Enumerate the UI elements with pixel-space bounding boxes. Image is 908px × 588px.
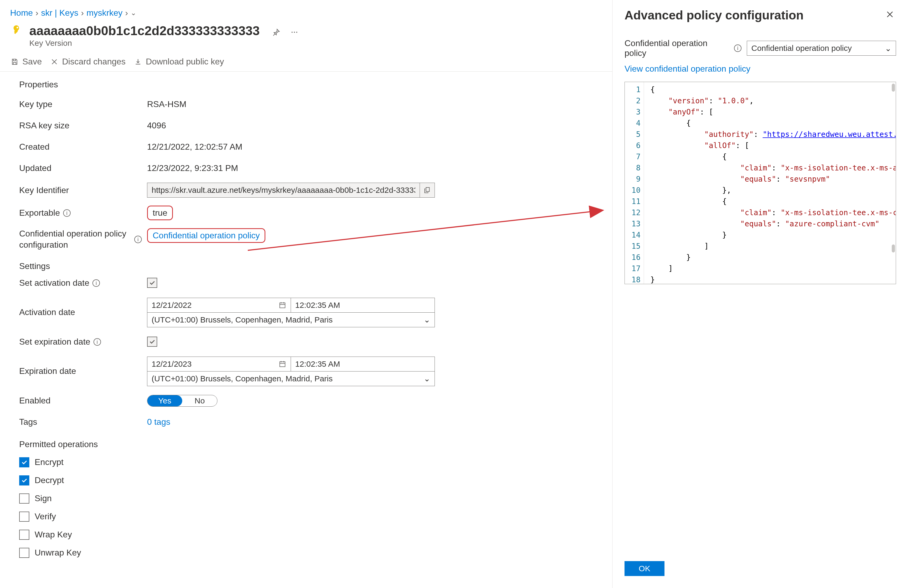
close-panel-button[interactable] [885, 10, 896, 21]
sign-checkbox[interactable] [19, 493, 29, 504]
download-public-key-button[interactable]: Download public key [134, 57, 224, 67]
page-title: aaaaaaaa0b0b1c1c2d2d333333333333 [29, 24, 260, 37]
calendar-icon [279, 301, 287, 309]
activation-date-input[interactable]: 12/21/2022 [147, 298, 291, 313]
info-icon[interactable]: i [63, 209, 71, 217]
created-value: 12/21/2022, 12:02:57 AM [147, 142, 243, 152]
key-type-label: Key type [19, 99, 147, 110]
chevron-down-icon[interactable]: ⌄ [130, 9, 137, 17]
chevron-down-icon: ⌄ [423, 315, 430, 325]
chevron-down-icon: ⌄ [423, 374, 430, 383]
verify-checkbox[interactable] [19, 512, 29, 522]
enabled-label: Enabled [19, 395, 147, 406]
chevron-right-icon: › [125, 8, 128, 18]
discard-label: Discard changes [62, 57, 126, 67]
breadcrumb-home[interactable]: Home [10, 8, 33, 18]
code-gutter: 123456789101112131415161718 [625, 82, 644, 284]
updated-label: Updated [19, 163, 147, 174]
key-id-input[interactable] [147, 186, 420, 195]
download-icon [134, 57, 143, 66]
section-permitted: Permitted operations [19, 439, 593, 449]
updated-value: 12/23/2022, 9:23:31 PM [147, 163, 238, 173]
calendar-icon [279, 360, 287, 368]
set-expiration-checkbox[interactable] [147, 337, 157, 347]
created-label: Created [19, 141, 147, 153]
decrypt-label: Decrypt [35, 476, 64, 485]
unwrap-checkbox[interactable] [19, 548, 29, 558]
discard-button[interactable]: Discard changes [50, 57, 126, 67]
unwrap-label: Unwrap Key [35, 548, 81, 557]
wrap-label: Wrap Key [35, 530, 72, 540]
activation-timezone-select[interactable]: (UTC+01:00) Brussels, Copenhagen, Madrid… [147, 312, 435, 327]
save-label: Save [23, 57, 42, 67]
expiration-timezone-select[interactable]: (UTC+01:00) Brussels, Copenhagen, Madrid… [147, 371, 435, 386]
scroll-thumb-top[interactable] [892, 84, 895, 92]
close-icon [885, 10, 894, 19]
breadcrumb: Home › skr | Keys › myskrkey › ⌄ [0, 0, 612, 22]
more-icon[interactable] [289, 27, 300, 37]
save-icon [10, 57, 19, 66]
exportable-label: Exportable i [19, 207, 147, 218]
copy-icon [423, 186, 431, 194]
chevron-down-icon: ⌄ [885, 44, 892, 53]
cop-policy-field-label: Confidential operation policy i [625, 39, 742, 58]
svg-rect-3 [280, 303, 285, 308]
save-button[interactable]: Save [10, 57, 42, 67]
set-expiration-label: Set expiration date i [19, 336, 147, 347]
tags-label: Tags [19, 416, 147, 428]
expiration-date-input[interactable]: 12/21/2023 [147, 357, 291, 371]
cop-policy-select[interactable]: Confidential operation policy ⌄ [747, 41, 896, 56]
decrypt-checkbox[interactable] [19, 476, 29, 485]
close-icon [50, 57, 59, 66]
encrypt-label: Encrypt [35, 457, 63, 467]
enabled-toggle[interactable]: Yes No [147, 395, 217, 406]
scroll-thumb-bottom[interactable] [892, 244, 895, 252]
ok-button[interactable]: OK [625, 561, 665, 576]
policy-json-editor[interactable]: 123456789101112131415161718 { "version":… [625, 82, 896, 284]
download-label: Download public key [146, 57, 224, 67]
set-activation-label: Set activation date i [19, 278, 147, 289]
key-id-label: Key Identifier [19, 185, 147, 196]
cop-config-link[interactable]: Confidential operation policy [147, 228, 266, 243]
rsa-size-label: RSA key size [19, 120, 147, 131]
svg-point-0 [291, 32, 293, 33]
tags-link[interactable]: 0 tags [147, 417, 170, 427]
info-icon[interactable]: i [134, 236, 142, 243]
svg-rect-4 [280, 361, 285, 367]
verify-label: Verify [35, 512, 56, 521]
page-subtitle: Key Version [29, 39, 260, 48]
key-type-value: RSA-HSM [147, 99, 187, 109]
info-icon[interactable]: i [92, 280, 100, 287]
key-id-box [147, 183, 435, 198]
toolbar: Save Discard changes Download public key [0, 54, 612, 72]
svg-point-1 [294, 32, 295, 33]
cop-config-label: Confidential operation policy configurat… [19, 228, 147, 250]
key-icon [10, 24, 23, 37]
chevron-right-icon: › [35, 8, 39, 18]
panel-title: Advanced policy configuration [625, 8, 803, 22]
set-activation-checkbox[interactable] [147, 278, 157, 288]
code-body[interactable]: { "version": "1.0.0", "anyOf": [ { "auth… [644, 82, 896, 284]
rsa-size-value: 4096 [147, 120, 166, 130]
main-pane: Home › skr | Keys › myskrkey › ⌄ aaaaaaa… [0, 0, 612, 588]
section-properties: Properties [19, 80, 593, 90]
info-icon[interactable]: i [734, 45, 742, 52]
pin-icon[interactable] [271, 27, 282, 37]
info-icon[interactable]: i [93, 338, 101, 345]
breadcrumb-skr[interactable]: skr | Keys [41, 8, 78, 18]
activation-time-input[interactable] [291, 298, 435, 313]
exportable-value: true [147, 206, 173, 220]
sign-label: Sign [35, 493, 52, 503]
encrypt-checkbox[interactable] [19, 457, 29, 468]
view-policy-link[interactable]: View confidential operation policy [625, 64, 896, 74]
wrap-checkbox[interactable] [19, 530, 29, 540]
enabled-yes[interactable]: Yes [147, 395, 182, 406]
breadcrumb-key[interactable]: myskrkey [87, 8, 122, 18]
copy-button[interactable] [420, 183, 435, 197]
expiration-time-input[interactable] [291, 357, 435, 371]
section-settings: Settings [19, 261, 593, 271]
advanced-policy-panel: Advanced policy configuration Confidenti… [612, 0, 908, 588]
svg-point-2 [296, 32, 297, 33]
chevron-right-icon: › [81, 8, 84, 18]
enabled-no[interactable]: No [182, 395, 217, 406]
